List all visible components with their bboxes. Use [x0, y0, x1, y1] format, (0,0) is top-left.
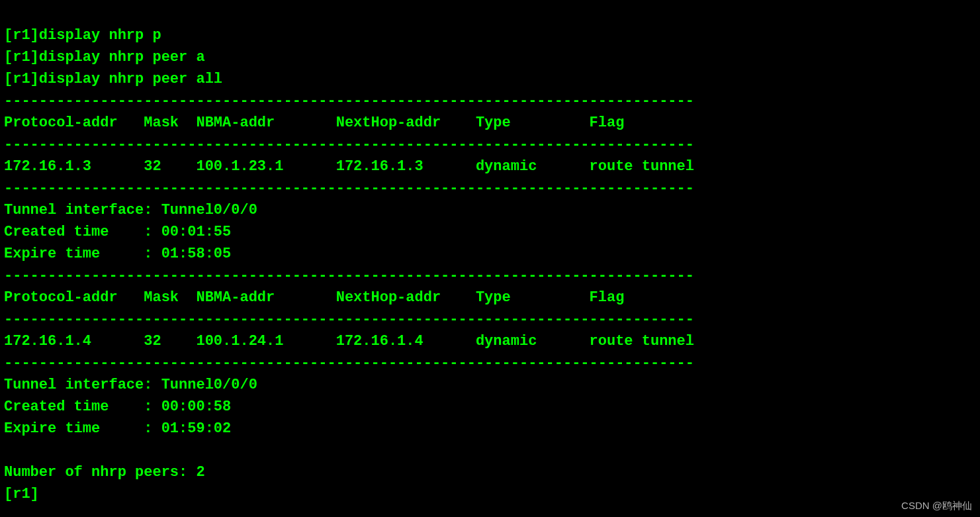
tunnel-interface-line: Tunnel interface: Tunnel0/0/0 — [4, 202, 257, 218]
tunnel-interface-line: Tunnel interface: Tunnel0/0/0 — [4, 377, 257, 393]
created-time-label: Created time : — [4, 224, 152, 240]
prompt-line[interactable]: [r1]display nhrp p — [4, 27, 161, 44]
table-row: 172.16.1.3 32 100.1.23.1 172.16.1.3 dyna… — [4, 158, 694, 175]
table-header: Protocol-addr Mask NBMA-addr NextHop-add… — [4, 289, 624, 306]
prompt-line[interactable]: [r1]display nhrp peer a — [4, 49, 205, 66]
expire-time-label: Expire time : — [4, 420, 152, 437]
expire-time-line: Expire time : 01:58:05 — [4, 246, 231, 262]
created-time-label: Created time : — [4, 399, 152, 415]
hostname: r1 — [13, 49, 30, 66]
summary-label: Number of nhrp peers: — [4, 464, 187, 481]
summary-line: Number of nhrp peers: 2 — [4, 464, 205, 481]
created-time-line: Created time : 00:01:55 — [4, 224, 231, 240]
created-time-value: 00:00:58 — [161, 399, 232, 415]
tunnel-interface-value: Tunnel0/0/0 — [161, 202, 257, 218]
table-row: 172.16.1.4 32 100.1.24.1 172.16.1.4 dyna… — [4, 333, 694, 350]
tunnel-interface-label: Tunnel interface: — [4, 377, 152, 393]
terminal-output: [r1]display nhrp p [r1]display nhrp peer… — [0, 0, 980, 508]
command-2: display nhrp peer all — [39, 71, 222, 87]
divider: ----------------------------------------… — [4, 93, 694, 109]
divider: ----------------------------------------… — [4, 311, 694, 328]
divider: ----------------------------------------… — [4, 267, 694, 284]
created-time-line: Created time : 00:00:58 — [4, 399, 231, 415]
prompt-open: [ — [4, 49, 13, 66]
prompt-close: ] — [30, 71, 39, 87]
summary-value: 2 — [196, 464, 204, 481]
tunnel-interface-value: Tunnel0/0/0 — [161, 377, 257, 393]
prompt-open: [ — [4, 71, 13, 87]
hostname: r1 — [13, 27, 30, 44]
hostname: r1 — [13, 71, 30, 87]
divider: ----------------------------------------… — [4, 355, 694, 371]
divider: ----------------------------------------… — [4, 136, 694, 153]
expire-time-value: 01:58:05 — [161, 246, 232, 262]
prompt-close: ] — [30, 27, 39, 44]
command-1: display nhrp peer a — [39, 49, 205, 66]
created-time-value: 00:01:55 — [161, 224, 232, 240]
expire-time-label: Expire time : — [4, 246, 152, 262]
expire-time-value: 01:59:02 — [161, 420, 232, 437]
table-header: Protocol-addr Mask NBMA-addr NextHop-add… — [4, 115, 624, 131]
prompt-open: [ — [4, 27, 13, 44]
expire-time-line: Expire time : 01:59:02 — [4, 420, 231, 437]
prompt-close: ] — [30, 49, 39, 66]
tunnel-interface-label: Tunnel interface: — [4, 202, 152, 218]
final-prompt[interactable]: [r1] — [4, 486, 39, 502]
command-0: display nhrp p — [39, 27, 161, 44]
prompt-line[interactable]: [r1]display nhrp peer all — [4, 71, 222, 87]
watermark: CSDN @鸥神仙 — [901, 498, 972, 514]
divider: ----------------------------------------… — [4, 180, 694, 197]
